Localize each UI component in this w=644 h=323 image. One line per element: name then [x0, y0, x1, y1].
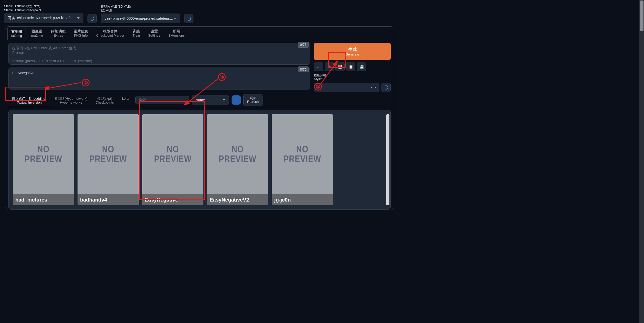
- tab-extensions[interactable]: 扩展Extensions: [165, 27, 188, 40]
- vae-label-cn: 模型的 VAE (SD VAE): [101, 5, 180, 9]
- vae-label-en: SD VAE: [101, 9, 180, 13]
- card-name: EasyNegative: [142, 194, 203, 205]
- extra-tab-hypernetworks[interactable]: 超网络(Hypernetwork)Hypernetworks: [51, 95, 91, 107]
- interrogate-button[interactable]: ↙: [314, 62, 323, 71]
- vae-refresh-button[interactable]: [184, 14, 193, 23]
- tab-train[interactable]: 训练Train: [129, 27, 144, 40]
- tab-txt2img[interactable]: 文生图txt2img: [7, 27, 26, 40]
- extra-tab-textual-inversion[interactable]: 嵌入式(T.I. Embedding)Textual Inversion: [8, 95, 50, 107]
- search-input[interactable]: [135, 96, 189, 104]
- tab-extras[interactable]: 附加功能Extras: [48, 27, 69, 40]
- chevron-down-icon: [174, 18, 176, 19]
- no-preview-text: NOPREVIEW: [219, 144, 256, 164]
- refresh-button[interactable]: 刷新 Refresh: [243, 94, 263, 106]
- generate-button[interactable]: 生成 Generate: [314, 43, 391, 60]
- ckpt-value: 写实_chilloutmix_NiPrunedFp32Fix.safetenso…: [8, 16, 77, 20]
- show-extras-button[interactable]: [335, 62, 345, 71]
- scrollbar-thumb[interactable]: [640, 1, 643, 31]
- sort-value: Name: [195, 98, 205, 102]
- sort-dir-button[interactable]: ↕: [232, 95, 241, 105]
- card-easynegative[interactable]: NOPREVIEWEasyNegative: [142, 114, 203, 205]
- sort-icon: ↕: [235, 98, 237, 102]
- ckpt-label-cn: Stable Diffusion 模型(ckpt): [4, 4, 83, 8]
- no-preview-text: NOPREVIEW: [89, 144, 127, 164]
- trash-icon: 🗑: [328, 65, 331, 69]
- styles-dropdown[interactable]: ×: [314, 83, 379, 92]
- refresh-icon: [90, 17, 94, 21]
- chevron-down-icon: [223, 99, 225, 101]
- vae-value: vae-ft-mse-840000-ema-pruned.safetensors: [105, 16, 174, 20]
- tab-png-info[interactable]: 图片信息PNG Info: [70, 27, 92, 40]
- cards-scrollbar[interactable]: [386, 114, 389, 205]
- sort-dropdown[interactable]: Name: [192, 95, 229, 105]
- refresh-icon: [187, 17, 191, 21]
- card-icon: [339, 65, 342, 69]
- styles-label-en: Styles: [314, 77, 391, 81]
- card-bad_pictures[interactable]: NOPREVIEWbad_pictures: [13, 114, 74, 205]
- generate-label-en: Generate: [345, 52, 359, 56]
- prompt-textarea[interactable]: [8, 43, 310, 65]
- extra-tab-checkpoints[interactable]: 模型(ckpt)Checkpoints: [92, 95, 117, 107]
- generate-label-cn: 生成: [348, 47, 357, 52]
- neg-prompt-counter: 8/75: [298, 66, 309, 72]
- card-name: badhandv4: [78, 194, 139, 205]
- no-preview-text: NOPREVIEW: [154, 144, 192, 164]
- extra-tab-lora[interactable]: Lora: [118, 95, 132, 107]
- ckpt-dropdown[interactable]: 写实_chilloutmix_NiPrunedFp32Fix.safetenso…: [4, 13, 83, 23]
- no-preview-text: NOPREVIEW: [283, 144, 321, 164]
- ckpt-refresh-button[interactable]: [88, 14, 97, 23]
- styles-refresh-button[interactable]: [381, 83, 391, 92]
- chevron-down-icon: [77, 17, 80, 19]
- card-jg-jc0n[interactable]: NOPREVIEWjg-jc0n: [272, 114, 333, 205]
- clear-button[interactable]: 🗑: [325, 62, 334, 71]
- refresh-label-en: Refresh: [247, 100, 259, 104]
- card-badhandv4[interactable]: NOPREVIEWbadhandv4: [78, 114, 139, 205]
- arrow-icon: ↙: [317, 65, 320, 69]
- card-name: jg-jc0n: [272, 194, 333, 205]
- refresh-label-cn: 刷新: [250, 96, 256, 100]
- page-scrollbar[interactable]: [639, 0, 644, 323]
- card-name: EasyNegativeV2: [207, 194, 268, 205]
- save-icon: 💾: [359, 65, 364, 69]
- neg-prompt-textarea[interactable]: [8, 68, 310, 90]
- tab-img2img[interactable]: 图生图img2img: [27, 27, 47, 40]
- styles-label-cn: 模板风格: [314, 73, 391, 77]
- vae-dropdown[interactable]: vae-ft-mse-840000-ema-pruned.safetensors: [101, 14, 180, 23]
- refresh-icon: [384, 85, 388, 90]
- tab-checkpoint-merger[interactable]: 模型合并Checkpoint Merger: [93, 27, 128, 40]
- chevron-down-icon: [374, 87, 377, 88]
- no-preview-text: NOPREVIEW: [25, 144, 62, 164]
- tab-settings[interactable]: 设置Settings: [145, 27, 164, 40]
- clipboard-icon: 📋: [349, 65, 353, 69]
- save-button[interactable]: 💾: [357, 62, 366, 71]
- prompt-counter: 0/75: [298, 42, 309, 48]
- ckpt-label-en: Stable Diffusion checkpoint: [4, 8, 83, 12]
- paste-button[interactable]: 📋: [346, 62, 355, 71]
- clear-icon[interactable]: ×: [370, 85, 373, 90]
- card-name: bad_pictures: [13, 194, 74, 205]
- card-easynegativev2[interactable]: NOPREVIEWEasyNegativeV2: [207, 114, 268, 205]
